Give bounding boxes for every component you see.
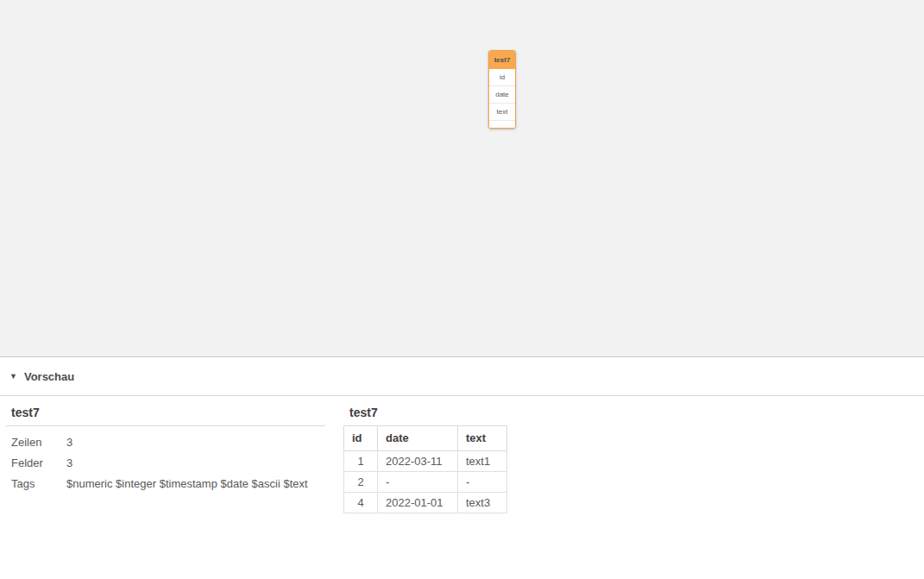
- table-row: 2 - -: [344, 472, 507, 493]
- table-info-panel: test7 Zeilen 3 Felder 3 Tags $numeric $i…: [6, 406, 325, 494]
- app-screen: test7 id date text ▼ Vorschau test7 Zeil…: [0, 0, 924, 579]
- info-row-zeilen: Zeilen 3: [11, 432, 325, 453]
- info-value: 3: [66, 432, 72, 453]
- preview-bar-label: Vorschau: [24, 370, 74, 383]
- info-panel-title: test7: [6, 406, 325, 426]
- cell-text: -: [458, 472, 507, 493]
- info-label: Zeilen: [11, 432, 66, 453]
- data-preview-title: test7: [349, 406, 507, 419]
- info-value: 3: [66, 453, 72, 474]
- table-card-field-text[interactable]: text: [489, 104, 515, 121]
- cell-date: 2022-01-01: [378, 493, 458, 513]
- preview-panel: test7 Zeilen 3 Felder 3 Tags $numeric $i…: [0, 397, 924, 579]
- table-row: 1 2022-03-11 text1: [344, 451, 507, 472]
- table-card-test7[interactable]: test7 id date text: [488, 50, 516, 129]
- triangle-down-icon[interactable]: ▼: [9, 373, 17, 381]
- table-row: 4 2022-01-01 text3: [344, 493, 507, 513]
- table-card-title[interactable]: test7: [489, 51, 515, 69]
- info-row-tags: Tags $numeric $integer $timestamp $date …: [11, 474, 325, 494]
- data-preview-table: id date text 1 2022-03-11 text1 2 - -: [343, 425, 507, 513]
- info-value: $numeric $integer $timestamp $date $asci…: [66, 474, 308, 494]
- column-header-date: date: [378, 426, 458, 451]
- info-row-felder: Felder 3: [11, 453, 325, 474]
- data-model-canvas: test7 id date text: [0, 0, 924, 357]
- cell-id: 4: [344, 493, 378, 513]
- data-preview-panel: test7 id date text 1 2022-03-11 text1: [343, 406, 507, 513]
- column-header-text: text: [458, 426, 507, 451]
- table-card-footer: [489, 121, 515, 128]
- table-card-field-id[interactable]: id: [489, 69, 515, 86]
- info-label: Tags: [11, 474, 66, 494]
- cell-text: text3: [458, 493, 507, 513]
- cell-date: -: [378, 472, 458, 493]
- info-label: Felder: [11, 453, 66, 474]
- preview-toggle-bar[interactable]: ▼ Vorschau: [0, 358, 924, 396]
- cell-id: 1: [344, 451, 378, 472]
- info-rows: Zeilen 3 Felder 3 Tags $numeric $integer…: [6, 426, 325, 494]
- table-header-row: id date text: [344, 426, 507, 451]
- table-card-field-date[interactable]: date: [489, 86, 515, 104]
- cell-id: 2: [344, 472, 378, 493]
- cell-date: 2022-03-11: [378, 451, 458, 472]
- cell-text: text1: [458, 451, 507, 472]
- column-header-id: id: [344, 426, 378, 451]
